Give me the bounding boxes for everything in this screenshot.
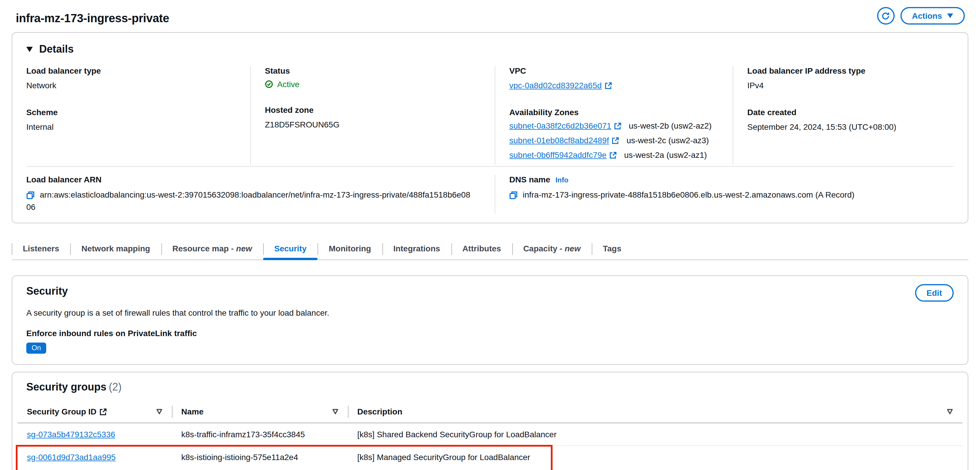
dns-value-line: infra-mz-173-ingress-private-488fa1518b6… — [509, 189, 954, 201]
status-text: Active — [277, 79, 299, 89]
dns-value: infra-mz-173-ingress-private-488fa1518b6… — [523, 190, 854, 199]
security-groups-count: (2) — [109, 381, 122, 393]
vpc-label: VPC — [509, 66, 733, 75]
copy-icon[interactable] — [509, 191, 517, 199]
tab[interactable]: Capacity -new — [512, 238, 592, 260]
tab[interactable]: Listeners — [12, 238, 70, 260]
status-value: Active — [265, 79, 495, 89]
cell-description: [k8s] Managed SecurityGroup for LoadBala… — [348, 446, 963, 468]
tab[interactable]: Tags — [592, 238, 632, 260]
details-column-4: Load balancer IP address type IPv4 Date … — [733, 66, 954, 165]
details-bottom-grid: Load balancer ARN arn:aws:elasticloadbal… — [26, 175, 954, 213]
cell-security-group-id: sg-073a5b479132c5336 — [18, 423, 172, 445]
tab[interactable]: Resource map -new — [161, 238, 263, 260]
edit-button[interactable]: Edit — [915, 284, 954, 302]
hosted-zone-label: Hosted zone — [265, 105, 495, 114]
tab-label: Capacity - — [523, 244, 563, 253]
caret-down-icon — [947, 13, 953, 18]
header-actions: Actions — [877, 7, 965, 25]
column-header-security-group-id[interactable]: Security Group ID — [18, 402, 172, 422]
cell-name: k8s-istioing-istioing-575e11a2e4 — [172, 446, 348, 468]
external-link-icon[interactable] — [614, 122, 622, 130]
tab-label: Listeners — [23, 244, 59, 253]
sort-icon[interactable] — [332, 409, 339, 414]
zone-name: us-west-2b (usw2-az2) — [629, 121, 712, 130]
column-label: Security Group ID — [27, 407, 97, 416]
availability-zone-item: subnet-01eb08cf8abd2489f us-west-2c (usw… — [509, 136, 733, 145]
dns-label-text: DNS name — [509, 175, 550, 184]
page-header: infra-mz-173-ingress-private Actions — [0, 0, 980, 32]
tab-label: Resource map - — [172, 244, 234, 253]
vpc-link[interactable]: vpc-0a8d02cd83922a65d — [509, 81, 602, 90]
security-panel-header: Security Edit — [26, 284, 954, 302]
page-title: infra-mz-173-ingress-private — [16, 12, 169, 25]
external-link-icon — [99, 408, 107, 415]
zone-name: us-west-2c (usw2-az3) — [627, 136, 709, 145]
date-created-value: September 24, 2024, 15:53 (UTC+08:00) — [747, 121, 954, 133]
tab[interactable]: Network mapping — [70, 238, 161, 260]
security-groups-table: Security Group ID Name Description sg-07… — [18, 402, 963, 468]
sort-icon[interactable] — [947, 409, 953, 414]
scheme-value: Internal — [26, 121, 250, 133]
tab-label: Attributes — [462, 244, 501, 253]
lb-type-value: Network — [26, 79, 250, 91]
tab[interactable]: Integrations — [382, 238, 451, 260]
tab[interactable]: Security — [263, 238, 318, 260]
privatelink-status-badge: On — [26, 343, 46, 354]
column-label: Description — [357, 407, 402, 416]
column-header-description[interactable]: Description — [348, 402, 963, 422]
ip-type-value: IPv4 — [747, 79, 954, 91]
availability-zone-item: subnet-0b6ff5942addfc79e us-west-2a (usw… — [509, 150, 733, 160]
security-description: A security group is a set of firewall ru… — [26, 308, 954, 318]
arn-value-line: arn:aws:elasticloadbalancing:us-west-2:3… — [26, 189, 471, 213]
tab-new-flag: new — [236, 244, 252, 253]
edit-button-label: Edit — [926, 288, 942, 297]
load-balancer-detail-page: infra-mz-173-ingress-private Actions Det… — [0, 0, 980, 470]
tab-label: Integrations — [393, 244, 440, 253]
status-label: Status — [265, 66, 495, 75]
tab[interactable]: Attributes — [451, 238, 512, 260]
tab-label: Network mapping — [81, 244, 150, 253]
dns-info-link[interactable]: Info — [555, 176, 568, 184]
subnet-link[interactable]: subnet-0a38f2c6d2b36e071 — [509, 121, 611, 130]
privatelink-label: Enforce inbound rules on PrivateLink tra… — [26, 329, 954, 338]
tab[interactable]: Monitoring — [318, 238, 382, 260]
vpc-value: vpc-0a8d02cd83922a65d — [509, 79, 733, 91]
viewport: infra-mz-173-ingress-private Actions Det… — [0, 0, 980, 470]
lb-type-label: Load balancer type — [26, 66, 250, 75]
external-link-icon[interactable] — [609, 151, 617, 159]
actions-button-label: Actions — [912, 11, 942, 21]
cell-name: k8s-traffic-inframz173-35f4cc3845 — [172, 423, 348, 445]
subnet-link[interactable]: subnet-01eb08cf8abd2489f — [509, 136, 609, 145]
table-row: sg-0061d9d73ad1aa995 k8s-istioing-istioi… — [18, 446, 963, 468]
security-groups-panel: Security groups(2) Security Group ID Nam… — [12, 372, 968, 470]
collapse-triangle-icon — [26, 47, 33, 52]
security-panel: Security Edit A security group is a set … — [12, 275, 968, 365]
tab-label: Security — [274, 244, 307, 253]
security-groups-title: Security groups(2) — [12, 381, 968, 394]
sort-icon[interactable] — [156, 409, 162, 414]
external-link-icon[interactable] — [605, 82, 612, 89]
hosted-zone-value: Z18D5FSROUN65G — [265, 119, 495, 130]
details-section-toggle[interactable]: Details — [26, 43, 954, 56]
details-panel: Details Load balancer type Network Schem… — [12, 32, 968, 223]
table-header-row: Security Group ID Name Description — [18, 402, 963, 423]
subnet-link[interactable]: subnet-0b6ff5942addfc79e — [509, 150, 607, 160]
details-divider — [26, 166, 954, 167]
tab-label: Monitoring — [329, 244, 371, 253]
details-section-title: Details — [39, 43, 74, 56]
arn-label: Load balancer ARN — [26, 175, 495, 184]
external-link-icon[interactable] — [612, 137, 619, 144]
table-body: sg-073a5b479132c5336 k8s-traffic-inframz… — [18, 423, 963, 468]
scheme-label: Scheme — [26, 108, 250, 117]
security-group-link[interactable]: sg-0061d9d73ad1aa995 — [27, 453, 116, 462]
copy-icon[interactable] — [26, 191, 35, 199]
refresh-button[interactable] — [877, 7, 894, 25]
table-row: sg-073a5b479132c5336 k8s-traffic-inframz… — [18, 423, 963, 446]
actions-button[interactable]: Actions — [900, 7, 965, 25]
zone-name: us-west-2a (usw2-az1) — [624, 150, 707, 160]
security-group-link[interactable]: sg-073a5b479132c5336 — [27, 430, 115, 439]
ip-type-label: Load balancer IP address type — [747, 66, 954, 75]
availability-zones-list: subnet-0a38f2c6d2b36e071 us-west-2b (usw… — [509, 121, 733, 160]
column-header-name[interactable]: Name — [172, 402, 348, 422]
